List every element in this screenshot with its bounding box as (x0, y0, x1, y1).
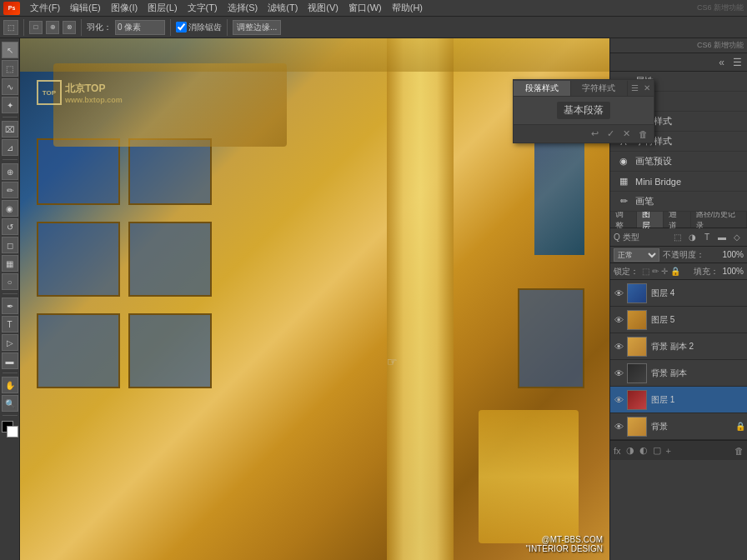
main-pillar (387, 38, 454, 560)
magic-wand-tool[interactable]: ✦ (2, 97, 18, 113)
marquee-tool[interactable]: ⬚ (2, 60, 18, 77)
float-tab-para[interactable]: 段落样式 (514, 81, 571, 96)
history-brush-tool[interactable]: ↺ (2, 218, 18, 235)
tab-paths[interactable]: 路径/历史记录 (691, 212, 747, 228)
filter-smart-icon[interactable]: ◇ (730, 231, 744, 244)
tool-option3[interactable]: ⊗ (63, 21, 76, 34)
adjust-edge-button[interactable]: 调整边缘... (233, 20, 281, 35)
menu-text[interactable]: 文字(T) (183, 2, 223, 14)
layer-adj-icon[interactable]: ◐ (639, 445, 648, 456)
layer-row-3[interactable]: 👁 背景 副本 (610, 360, 747, 387)
type-filter-label: Q 类型 (614, 232, 639, 243)
crop-tool[interactable]: ⌧ (2, 121, 18, 138)
layer-style-icon[interactable]: fx (614, 446, 621, 456)
lock-paint-icon[interactable]: ✏ (652, 267, 659, 276)
brush-tool[interactable]: ✏ (2, 182, 18, 198)
tab-channels[interactable]: 通道 (664, 212, 690, 228)
brush-icon: ✏ (617, 195, 630, 208)
float-panel-confirm[interactable]: ✓ (604, 128, 617, 139)
window-frame-1 (37, 138, 120, 205)
menu-select[interactable]: 选择(S) (223, 2, 263, 14)
hand-tool[interactable]: ✋ (2, 377, 18, 393)
gradient-tool[interactable]: ▦ (2, 255, 18, 272)
panel-menu-btn[interactable]: ☰ (730, 56, 744, 69)
lock-all-icon[interactable]: 🔒 (670, 267, 680, 276)
layer-eye-0[interactable]: 👁 (612, 287, 625, 300)
layer-row-5[interactable]: 👁 背景 🔒 (610, 413, 747, 440)
layer-name-2: 背景 副本 2 (649, 341, 745, 352)
layer-mask-icon[interactable]: ◑ (626, 445, 634, 456)
opacity-value: 100% (722, 250, 744, 259)
layer-row-0[interactable]: 👁 图层 4 (610, 280, 747, 307)
color-selector[interactable] (2, 421, 18, 438)
float-panel-body: 基本段落 (514, 97, 654, 124)
filter-shape-icon[interactable]: ▬ (715, 231, 729, 244)
eraser-tool[interactable]: ◻ (2, 237, 18, 253)
tab-layers[interactable]: 图层 (637, 212, 664, 228)
panel-collapse-btn[interactable]: « (716, 56, 727, 69)
stamp-tool[interactable]: ◉ (2, 200, 18, 217)
brush-panel-item[interactable]: ✏ 画笔 (610, 192, 747, 212)
bottom-watermark-line2: "INTERIOR DESIGN (526, 544, 603, 553)
layer-row-1[interactable]: 👁 图层 5 (610, 307, 747, 333)
lock-move-icon[interactable]: ✛ (661, 267, 668, 276)
lasso-tool[interactable]: ∿ (2, 78, 18, 95)
anti-alias-option[interactable]: 消除锯齿 (176, 22, 222, 33)
layer-thumb-1 (627, 310, 647, 330)
menu-file[interactable]: 文件(F) (25, 2, 65, 14)
menu-help[interactable]: 帮助(H) (387, 2, 428, 14)
layer-eye-5[interactable]: 👁 (612, 420, 625, 433)
filter-adjust-icon[interactable]: ◑ (685, 231, 699, 244)
layer-eye-2[interactable]: 👁 (612, 340, 625, 353)
menu-image[interactable]: 图像(I) (106, 2, 143, 14)
filter-pixel-icon[interactable]: ⬚ (670, 231, 684, 244)
float-panel-cancel[interactable]: ✕ (620, 128, 633, 139)
layer-delete-icon[interactable]: 🗑 (734, 446, 744, 456)
float-panel-menu[interactable]: ☰ (629, 83, 640, 92)
float-panel-undo[interactable]: ↩ (589, 128, 601, 139)
shape-tool[interactable]: ▬ (2, 352, 18, 369)
watermark-logo: 北京TOP (65, 82, 123, 96)
menu-window[interactable]: 窗口(W) (343, 2, 387, 14)
layer-eye-4[interactable]: 👁 (612, 393, 625, 407)
blend-mode-select[interactable]: 正常 溶解 正片叠底 (614, 248, 659, 262)
gold-ornament-panel (53, 63, 287, 147)
float-panel-header: 段落样式 字符样式 ☰ ✕ (514, 80, 654, 97)
float-style-name[interactable]: 基本段落 (557, 102, 610, 119)
tool-option2[interactable]: ⊕ (46, 21, 59, 34)
layer-name-3: 背景 副本 (649, 368, 745, 379)
lock-transparency-icon[interactable]: ⬚ (642, 267, 649, 276)
layers-opacity-row: 正常 溶解 正片叠底 不透明度： 100% (610, 247, 747, 263)
path-select-tool[interactable]: ▷ (2, 334, 18, 351)
brush-preset-panel-item[interactable]: ◉ 画笔预设 (610, 152, 747, 172)
layer-group-icon[interactable]: ▢ (653, 445, 661, 456)
menu-view[interactable]: 视图(V) (303, 2, 343, 14)
type-tool[interactable]: T (2, 316, 18, 332)
feather-input[interactable] (115, 20, 165, 35)
zoom-tool[interactable]: 🔍 (2, 395, 18, 412)
layers-panel: 调整 图层 通道 路径/历史记录 Q 类型 ⬚ ◑ T ▬ ◇ 正常 (610, 212, 747, 560)
float-panel-close[interactable]: ✕ (642, 83, 652, 92)
window-frame-4 (128, 222, 212, 297)
menu-edit[interactable]: 编辑(E) (65, 2, 106, 14)
layer-eye-3[interactable]: 👁 (612, 367, 625, 380)
pen-tool[interactable]: ✒ (2, 298, 18, 314)
layer-new-icon[interactable]: + (666, 446, 671, 456)
move-tool[interactable]: ↖ (2, 42, 18, 58)
layer-eye-1[interactable]: 👁 (612, 313, 625, 327)
layer-row-2[interactable]: 👁 背景 副本 2 (610, 333, 747, 360)
eyedropper-tool[interactable]: ⊿ (2, 139, 18, 156)
tool-option1[interactable]: □ (29, 21, 43, 34)
tab-adjust[interactable]: 调整 (610, 212, 637, 228)
mini-bridge-panel-item[interactable]: ▦ Mini Bridge (610, 172, 747, 192)
dodge-tool[interactable]: ○ (2, 273, 18, 290)
menu-layer[interactable]: 图层(L) (143, 2, 182, 14)
float-panel-trash[interactable]: 🗑 (636, 129, 650, 139)
anti-alias-checkbox[interactable] (176, 22, 187, 32)
filter-type-icon[interactable]: T (700, 231, 714, 244)
healing-brush-tool[interactable]: ⊕ (2, 163, 18, 180)
layer-row-4[interactable]: 👁 图层 1 (610, 387, 747, 413)
menu-filter[interactable]: 滤镜(T) (263, 2, 303, 14)
layers-tabs: 调整 图层 通道 路径/历史记录 (610, 212, 747, 228)
float-tab-char[interactable]: 字符样式 (571, 81, 629, 96)
